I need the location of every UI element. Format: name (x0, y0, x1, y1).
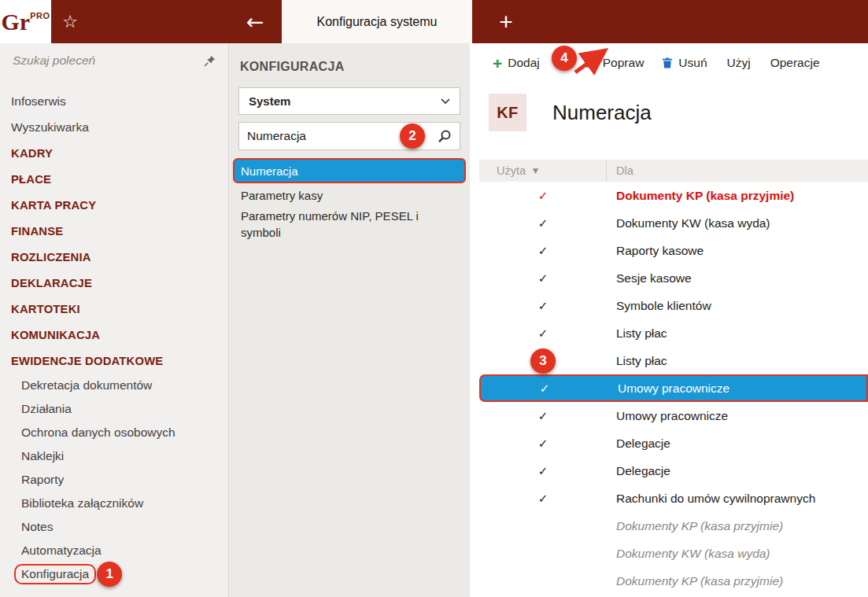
use-button[interactable]: Użyj (727, 56, 751, 70)
used-cell: ✓ (479, 429, 607, 457)
annotation-badge-4: 4 (552, 46, 577, 71)
table-row[interactable]: ✓Dokumenty KW (kasa wyda) (479, 209, 868, 237)
sidebar-item-rozliczenia[interactable]: ROZLICZENIA (0, 244, 228, 270)
filter-dropdown-icon[interactable]: ▼ (533, 167, 538, 175)
sidebar-item-label: Naklejki (21, 449, 64, 463)
check-icon: ✓ (538, 326, 549, 341)
command-search[interactable]: Szukaj poleceń (0, 43, 228, 78)
sidebar-item-karta-pracy[interactable]: KARTA PRACY (0, 192, 228, 218)
operations-button[interactable]: Operacje (770, 56, 820, 70)
sidebar-item-kartoteki[interactable]: KARTOTEKI (0, 296, 228, 322)
config-list: NumeracjaParametry kasyParametry numerów… (229, 158, 470, 241)
use-button-label: Użyj (727, 56, 751, 70)
sidebar-item-infoserwis[interactable]: Infoserwis (0, 88, 228, 114)
sidebar-item-label: ROZLICZENIA (11, 251, 91, 263)
category-dropdown[interactable]: System (238, 87, 460, 115)
sidebar-item-automatyzacja[interactable]: Automatyzacja (0, 539, 228, 562)
sidebar-item-ochrona-danych-osobowych[interactable]: Ochrona danych osobowych (0, 421, 228, 444)
favorites-star-icon[interactable]: ☆ (52, 0, 88, 43)
column-header-for-label: Dla (616, 164, 633, 177)
column-header-for[interactable]: Dla (607, 164, 633, 177)
sidebar-item-ewidencje-dodatkowe[interactable]: EWIDENCJE DODATKOWE (0, 348, 228, 374)
table-row[interactable]: ✓Symbole klientów (479, 292, 868, 319)
sidebar-menu: InfoserwisWyszukiwarkaKADRYPŁACEKARTA PR… (0, 78, 228, 586)
tab-konfiguracja-systemu[interactable]: Konfiguracja systemu (282, 0, 472, 43)
plus-icon: + (493, 55, 502, 72)
table-row[interactable]: Dokumenty KP (kasa przyjmie) (479, 567, 868, 595)
config-item-numeracja[interactable]: Numeracja (233, 158, 466, 183)
check-icon: ✓ (538, 299, 549, 313)
sidebar-item-naklejki[interactable]: Naklejki (0, 444, 228, 468)
column-header-used-label: Użyta (497, 164, 526, 177)
table-row[interactable]: ✓Dokumenty KP (kasa przyjmie) (479, 182, 868, 209)
sidebar-item-finanse[interactable]: FINANSE (0, 218, 228, 244)
chevron-down-icon (441, 98, 450, 105)
row-label: Listy płac (607, 354, 868, 368)
search-icon[interactable] (438, 129, 452, 143)
new-tab-plus-icon[interactable]: + (486, 0, 526, 43)
operations-button-label: Operacje (770, 56, 820, 70)
table-row[interactable]: Dokumenty KW (kasa wyda) (479, 540, 868, 567)
row-label: Umowy pracownicze (608, 381, 866, 396)
sidebar-item-label: Notes (21, 520, 54, 534)
table-row[interactable]: ✓Umowy pracownicze (479, 374, 868, 402)
table-header: Użyta ▼ Dla (479, 160, 868, 182)
sidebar-item-label: Infoserwis (11, 94, 66, 109)
table-row[interactable]: ✓Sesje kasowe (479, 264, 868, 292)
check-icon: ✓ (538, 437, 549, 451)
config-item-parametry-numero-w-nip-pesel-i-symboli[interactable]: Parametry numerów NIP, PESEL i symboli (233, 207, 466, 241)
sidebar-item-label: Konfiguracja (14, 564, 96, 584)
app-logo-text: Gr (2, 9, 31, 35)
sidebar: Szukaj poleceń InfoserwisWyszukiwarkaKAD… (0, 43, 229, 597)
used-cell (479, 540, 607, 567)
sidebar-item-label: KARTOTEKI (11, 303, 80, 315)
trash-icon (662, 57, 673, 69)
check-icon: ✓ (538, 409, 549, 423)
table-row[interactable]: ✓Umowy pracownicze (479, 402, 868, 429)
column-header-used[interactable]: Użyta ▼ (479, 160, 607, 182)
sidebar-item-deklaracje[interactable]: DEKLARACJE (0, 270, 228, 296)
table-row[interactable]: Dokumenty KP (kasa przyjmie) (479, 512, 868, 540)
row-label: Raporty kasowe (607, 244, 868, 258)
table-row[interactable]: ✓Delegacje (479, 429, 868, 457)
sidebar-item-komunikacja[interactable]: KOMUNIKACJA (0, 322, 228, 348)
config-item-parametry-kasy[interactable]: Parametry kasy (233, 183, 466, 207)
check-icon: ✓ (538, 189, 549, 203)
used-cell: 3 (479, 347, 607, 374)
page-header: KF Numeracja (489, 94, 868, 131)
numbering-table-body: ✓Dokumenty KP (kasa przyjmie)✓Dokumenty … (479, 182, 868, 595)
table-row[interactable]: ✓Delegacje (479, 457, 868, 485)
pin-icon[interactable] (204, 55, 216, 67)
used-cell (479, 567, 607, 595)
sidebar-item-label: Wyszukiwarka (11, 120, 89, 135)
sidebar-item-kadry[interactable]: KADRY (0, 140, 228, 166)
used-cell: ✓ (479, 264, 607, 292)
back-arrow-icon[interactable]: ← (229, 0, 281, 43)
sidebar-item-label: KADRY (11, 147, 53, 160)
used-cell (479, 512, 607, 540)
used-cell: ✓ (479, 319, 607, 347)
table-row[interactable]: ✓Rachunki do umów cywilnoprawnych (479, 485, 868, 512)
sidebar-item-label: FINANSE (11, 225, 63, 238)
delete-button[interactable]: Usuń (662, 56, 707, 70)
sidebar-item-konfiguracja[interactable]: Konfiguracja1 (0, 562, 228, 586)
sidebar-item-label: PŁACE (11, 173, 51, 186)
check-icon: ✓ (538, 271, 549, 286)
table-row[interactable]: 3Listy płac (479, 347, 868, 374)
add-button[interactable]: + Dodaj (493, 55, 540, 72)
app-logo[interactable]: GrPRO (0, 0, 51, 43)
sidebar-item-place[interactable]: PŁACE (0, 166, 228, 192)
sidebar-item-notes[interactable]: Notes (0, 515, 228, 539)
config-search-box[interactable]: Numeracja 2 (238, 122, 460, 150)
delete-button-label: Usuń (678, 56, 707, 70)
table-row[interactable]: ✓Listy płac (479, 319, 868, 347)
sidebar-item-dzialania[interactable]: Działania (0, 397, 228, 421)
annotation-badge-1: 1 (97, 562, 122, 587)
sidebar-item-raporty[interactable]: Raporty (0, 468, 228, 492)
sidebar-item-wyszukiwarka[interactable]: Wyszukiwarka (0, 114, 228, 140)
sidebar-item-label: KOMUNIKACJA (11, 329, 100, 341)
table-row[interactable]: ✓Raporty kasowe (479, 237, 868, 264)
sidebar-item-dekretacja-dokumento-w[interactable]: Dekretacja dokumentów (0, 374, 228, 397)
sidebar-item-label: EWIDENCJE DODATKOWE (11, 355, 163, 367)
sidebar-item-biblioteka-zala-czniko-w[interactable]: Biblioteka załączników (0, 492, 228, 515)
